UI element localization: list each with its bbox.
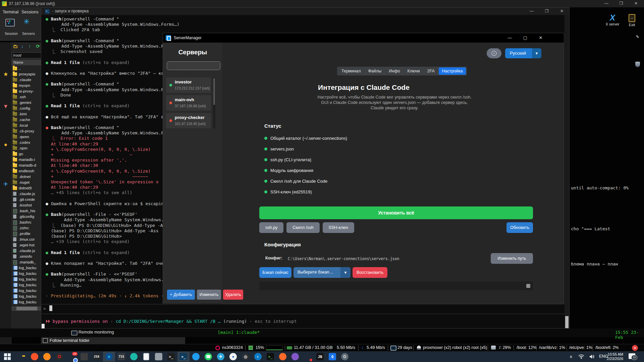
taskbar-edge-icon[interactable]: e [103,352,115,362]
taskbar-whatsapp-icon[interactable]: ☎ [202,352,214,362]
taskbar-opera-icon[interactable]: O [53,352,65,362]
taskbar-chat-app-icon[interactable]: ● [227,352,239,362]
taskbar-compass-app-icon[interactable]: ◐ [252,352,264,362]
server-item[interactable]: proxy-checker161.97.118.40 [ssh] [166,113,211,128]
terminal-maximize-icon[interactable]: ❐ [539,8,554,15]
taskbar-firefox-icon[interactable] [41,352,53,362]
remote-monitoring-label[interactable]: Remote monitoring [78,330,114,335]
terminal-prompt[interactable]: > [43,306,46,311]
delete-server-button[interactable]: Удалить [223,290,243,300]
backup-select-dropdown[interactable]: Выберите бэкап… ▼ [293,267,351,278]
chevron-down-icon[interactable]: ▼ [340,267,351,278]
terminal-scrollbar[interactable] [565,15,569,328]
server-search-input[interactable] [167,61,220,70]
upload-icon[interactable]: ↑ [29,44,31,49]
taskbar-quick-machine-icon[interactable]: Q [326,352,338,362]
wifi-icon[interactable] [578,354,584,360]
favorites-star-icon[interactable]: ★ [2,71,9,78]
taskbar-chrome-icon[interactable]: 26 [66,352,78,362]
taskbar-gray-tool-icon[interactable] [153,352,165,362]
tab-Ключи[interactable]: Ключи [404,67,423,75]
add-server-button[interactable]: + Добавить [167,290,195,300]
taskbar-notepad-icon[interactable] [140,352,152,362]
taskbar-purple-app-icon[interactable] [289,352,301,362]
notification-center-icon[interactable]: 32 [629,353,635,359]
edit-server-button[interactable]: Изменить [197,290,221,300]
taskbar-flame-app-icon[interactable] [277,352,289,362]
component-button-SSH-ключ[interactable]: SSH-ключ [323,222,354,233]
exit-button[interactable]: Exit [623,13,641,27]
remote-monitoring-icon[interactable] [71,330,77,336]
folder-icon [13,158,17,162]
tray-clock[interactable]: 10:55 AM 2/23/2026 [603,352,623,361]
refresh-icon[interactable]: ⟳ [36,44,40,49]
component-button-Скилл /ssh[interactable]: Скилл /ssh [286,222,319,233]
tab-Настройка[interactable]: Настройка [439,67,466,75]
tab-Терминал[interactable]: Терминал [338,67,364,75]
taskbar-obs-icon[interactable]: ◎ [239,352,252,362]
sm-minimize-icon[interactable]: — [502,33,517,43]
taskbar-terminal-dark-icon[interactable]: >_ [264,352,276,362]
taskbar-gimp-icon[interactable]: G [339,352,351,362]
chevron-down-icon[interactable]: ▼ [532,48,541,58]
change-path-button[interactable]: Изменить путь [491,253,533,264]
ribbon-close-icon[interactable]: ✕ [632,345,638,351]
pen-icon[interactable]: ✎ [636,34,639,40]
minimize-icon[interactable]: — [599,0,614,7]
taskbar-file-explorer-icon[interactable] [16,352,28,362]
paper-plane-icon[interactable]: ✈ [2,181,9,188]
language-dropdown[interactable]: Русский ▼ [505,48,541,58]
yellow-ball-icon[interactable]: ● [2,141,9,148]
close-icon[interactable]: ✕ [629,0,643,7]
output-scroll-handle[interactable] [526,284,530,288]
tab-Инфо[interactable]: Инфо [385,67,403,75]
taskbar-cmd-icon[interactable]: >_ [165,352,177,362]
sm-close-icon[interactable]: ✕ [533,33,548,43]
taskbar-telegram-icon[interactable]: ✈ [215,352,227,362]
taskbar-teal-messenger-icon[interactable] [128,352,140,362]
download-icon[interactable]: ↓ [21,44,23,49]
menu-terminal[interactable]: Terminal [3,10,18,14]
servermanager-app-icon [166,35,171,41]
sm-maximize-icon[interactable]: ▢ [518,33,533,43]
taskbar-windows-terminal-icon[interactable]: >_ [177,352,190,362]
x-server-button[interactable]: X X server [604,13,621,26]
taskbar-recorder-icon[interactable] [302,352,314,362]
taskbar-remote-app-icon[interactable]: 715 [115,352,127,362]
scroll-left-icon[interactable]: ‹ [12,306,16,311]
servers-icon[interactable]: ✳ [23,17,30,26]
terminal-scroll-thumb[interactable] [565,316,569,328]
taskbar-vscode-icon[interactable] [190,352,202,362]
taskbar-counter-app-icon[interactable]: 258 [91,352,103,362]
status-ok-dot-icon [264,190,267,193]
terminal-close-icon[interactable]: ✕ [554,8,569,15]
ribbon-divider [285,345,285,351]
speaker-icon[interactable] [589,354,595,360]
restore-button[interactable]: Восстановить [353,267,387,278]
shield-icon[interactable] [635,62,640,67]
maximize-icon[interactable]: ❐ [614,0,629,7]
terminal-minimize-icon[interactable]: — [524,8,539,15]
desktop: 37.187.136.86 ([root ovh]) — ❐ ✕ Termina… [0,0,644,362]
tab-Файлы[interactable]: Файлы [365,67,385,75]
refresh-button[interactable]: Обновить [506,222,533,233]
follow-folder-checkbox[interactable] [43,338,48,343]
terminal-tab-title[interactable]: · запуск и проверка [52,9,89,13]
tray-expand-icon[interactable]: ∧ [570,354,573,359]
start-button[interactable] [1,352,13,362]
taskbar-brave-icon[interactable] [29,352,41,362]
session-icon[interactable] [5,19,15,26]
backup-now-button[interactable]: Бэкап сейчас [259,267,291,278]
folder-up-icon[interactable]: 🗀 [13,44,18,49]
server-scroll-thumb[interactable] [213,78,215,105]
info-button[interactable] [487,48,501,58]
install-all-button[interactable]: Установить всё [259,206,533,219]
download-bookmark-icon[interactable]: ▼ [2,103,9,110]
hscroll-thumb[interactable] [16,307,37,310]
component-button-ssh.py[interactable]: ssh.py [259,222,283,233]
taskbar-app-dark-icon[interactable] [78,352,90,362]
taskbar-jetbrains-icon[interactable]: JB [314,352,326,362]
tab-2FA[interactable]: 2FA [424,67,438,75]
menu-sessions[interactable]: Sessions [21,10,39,14]
server-item[interactable]: main-ovh37.187.136.86 [ssh] [166,95,211,111]
